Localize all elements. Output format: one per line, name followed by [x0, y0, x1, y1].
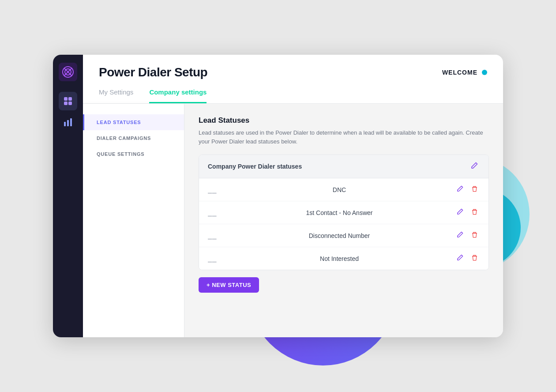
delete-row-button[interactable] [470, 185, 480, 195]
svg-rect-7 [68, 102, 72, 105]
tabs: My Settings Company settings [99, 88, 487, 103]
edit-row-button[interactable] [455, 185, 465, 195]
sidebar-item-lead-statuses[interactable]: LEAD STATUSES [83, 114, 184, 130]
row-actions [455, 253, 480, 264]
svg-rect-8 [64, 122, 66, 126]
app-title: Power Dialer Setup [99, 65, 207, 79]
delete-row-button[interactable] [470, 207, 480, 218]
drag-handle-icon[interactable]: ⎯⎯ [208, 186, 217, 194]
table-row: ⎯⎯ Not Interested [199, 247, 488, 270]
sidebar-icon-chart[interactable] [59, 113, 77, 132]
sidebar-item-queue-settings[interactable]: QUEUE SETTINGS [83, 146, 184, 162]
svg-rect-12 [472, 210, 477, 211]
row-actions [455, 230, 480, 241]
status-name: Disconnected Number [224, 232, 455, 239]
svg-rect-13 [472, 233, 477, 234]
new-status-button[interactable]: + NEW STATUS [199, 277, 259, 293]
svg-rect-4 [64, 97, 68, 101]
section-title: Lead Statuses [199, 116, 489, 125]
status-name: Not Interested [224, 255, 455, 262]
sidebar-item-dialer-campaigns[interactable]: DIALER CAMPAIGNS [83, 130, 184, 146]
svg-rect-5 [68, 97, 72, 101]
drag-handle-icon[interactable]: ⎯⎯ [208, 255, 217, 263]
main-card: Power Dialer Setup WELCOME My Settings C… [53, 55, 503, 337]
status-name: 1st Contact - No Answer [224, 209, 455, 216]
delete-row-button[interactable] [470, 253, 480, 264]
row-actions [455, 207, 480, 218]
sidebar-icon-dashboard[interactable] [59, 92, 77, 110]
status-name: DNC [224, 186, 455, 193]
page-content: Lead Statuses Lead statuses are used in … [184, 104, 503, 337]
svg-rect-9 [67, 120, 69, 126]
edit-table-button[interactable] [469, 161, 480, 172]
tab-my-settings[interactable]: My Settings [99, 88, 133, 103]
table-header: Company Power Dialer statuses [199, 155, 488, 178]
status-dot [482, 70, 487, 75]
svg-rect-6 [64, 102, 68, 105]
drag-handle-icon[interactable]: ⎯⎯ [208, 209, 217, 217]
edit-row-button[interactable] [455, 207, 465, 218]
table-card: Company Power Dialer statuses ⎯⎯ DNC [199, 155, 489, 270]
table-row: ⎯⎯ 1st Contact - No Answer [199, 201, 488, 224]
svg-rect-10 [70, 118, 72, 126]
edit-row-button[interactable] [455, 253, 465, 264]
table-row: ⎯⎯ Disconnected Number [199, 224, 488, 247]
drag-handle-icon[interactable]: ⎯⎯ [208, 232, 217, 240]
svg-rect-11 [472, 187, 477, 188]
welcome-area: WELCOME [442, 69, 487, 76]
sub-layout: LEAD STATUSES DIALER CAMPAIGNS QUEUE SET… [83, 104, 503, 337]
header: Power Dialer Setup WELCOME My Settings C… [83, 55, 503, 104]
sidebar [53, 55, 83, 337]
delete-row-button[interactable] [470, 230, 480, 241]
app-logo-icon[interactable] [59, 63, 77, 81]
new-status-label: + NEW STATUS [207, 282, 251, 288]
table-row: ⎯⎯ DNC [199, 178, 488, 201]
welcome-text: WELCOME [442, 69, 477, 76]
edit-row-button[interactable] [455, 230, 465, 241]
row-actions [455, 185, 480, 195]
svg-rect-14 [472, 256, 477, 256]
section-description: Lead statuses are used in the Power Dial… [199, 128, 489, 146]
tab-company-settings[interactable]: Company settings [149, 88, 207, 103]
table-header-title: Company Power Dialer statuses [208, 163, 302, 170]
content-area: Power Dialer Setup WELCOME My Settings C… [83, 55, 503, 337]
header-top: Power Dialer Setup WELCOME [99, 65, 487, 79]
sub-sidebar: LEAD STATUSES DIALER CAMPAIGNS QUEUE SET… [83, 104, 184, 337]
